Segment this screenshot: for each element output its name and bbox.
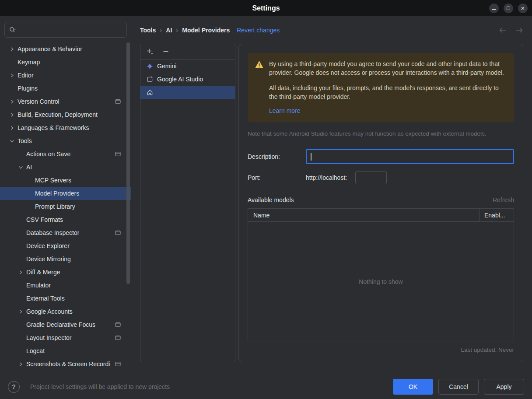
- google-ai-studio-icon: [146, 76, 153, 83]
- sidebar-item-google-accounts[interactable]: Google Accounts: [0, 305, 131, 318]
- sidebar-item-tools[interactable]: Tools: [0, 134, 131, 147]
- description-row: Description:: [248, 149, 514, 164]
- chevron-right-icon[interactable]: [6, 126, 18, 130]
- breadcrumb-item-ai[interactable]: AI: [166, 27, 172, 34]
- sidebar-item-diff-merge[interactable]: Diff & Merge: [0, 266, 131, 279]
- sidebar-item-label: Database Inspector: [26, 229, 79, 236]
- search-input[interactable]: [19, 26, 122, 33]
- provider-item-label: Google AI Studio: [157, 76, 203, 83]
- sidebar-scrollbar[interactable]: [126, 42, 130, 284]
- maximize-icon: [507, 7, 510, 10]
- sidebar-item-database-inspector[interactable]: Database Inspector: [0, 226, 131, 239]
- refresh-link[interactable]: Refresh: [493, 196, 514, 203]
- close-icon: ×: [521, 5, 525, 11]
- provider-item-google-ai-studio[interactable]: Google AI Studio: [140, 73, 235, 86]
- chevron-right-icon[interactable]: [6, 112, 18, 117]
- add-provider-button[interactable]: [146, 48, 154, 56]
- maximize-button[interactable]: [504, 4, 513, 13]
- search-box[interactable]: [4, 22, 127, 38]
- remove-provider-button[interactable]: [162, 48, 169, 55]
- revert-changes-link[interactable]: Revert changes: [237, 27, 280, 34]
- ok-button[interactable]: OK: [393, 379, 433, 395]
- sidebar-item-model-providers[interactable]: Model Providers: [0, 187, 131, 200]
- forward-button[interactable]: [515, 27, 523, 33]
- breadcrumb-item-model-providers[interactable]: Model Providers: [182, 27, 230, 34]
- sidebar-item-build-execution-deployment[interactable]: Build, Execution, Deployment: [0, 108, 131, 121]
- help-button[interactable]: ?: [8, 381, 20, 393]
- column-header-name[interactable]: Name: [248, 209, 480, 221]
- sidebar-item-emulator[interactable]: Emulator: [0, 279, 131, 292]
- sidebar-item-label: AI: [26, 164, 32, 171]
- sidebar-item-mcp-servers[interactable]: MCP Servers: [0, 174, 131, 187]
- window-title: Settings: [252, 4, 280, 12]
- text-caret: [311, 153, 312, 161]
- close-button[interactable]: ×: [518, 4, 528, 13]
- chevron-down-icon[interactable]: [6, 139, 18, 144]
- screen-icon: [115, 362, 121, 367]
- sidebar-item-actions-on-save[interactable]: Actions on Save: [0, 147, 131, 161]
- screen-icon: [115, 152, 121, 157]
- provider-item-new[interactable]: [140, 86, 235, 99]
- sidebar-item-label: Editor: [18, 72, 34, 79]
- sidebar-item-csv-formats[interactable]: CSV Formats: [0, 213, 131, 226]
- search-icon: [9, 26, 16, 33]
- warning-icon: [255, 60, 264, 115]
- port-input[interactable]: [355, 171, 387, 184]
- sidebar-item-label: Build, Execution, Deployment: [18, 111, 98, 118]
- sidebar-item-device-explorer[interactable]: Device Explorer: [0, 239, 131, 252]
- back-button[interactable]: [499, 27, 507, 33]
- sidebar-item-prompt-library[interactable]: Prompt Library: [0, 200, 131, 213]
- provider-list: GeminiGoogle AI Studio: [140, 60, 235, 99]
- sidebar-item-device-mirroring[interactable]: Device Mirroring: [0, 252, 131, 266]
- history-nav: [499, 27, 523, 33]
- port-label: Port:: [248, 174, 306, 181]
- description-input[interactable]: [306, 149, 514, 164]
- titlebar[interactable]: Settings ×: [0, 0, 532, 16]
- empty-table-text: Nothing to show: [359, 278, 402, 285]
- chevron-right-icon[interactable]: [15, 270, 26, 275]
- sidebar-item-languages-frameworks[interactable]: Languages & Frameworks: [0, 121, 131, 134]
- sidebar-item-version-control[interactable]: Version Control: [0, 95, 131, 108]
- chevron-right-icon[interactable]: [6, 99, 18, 104]
- sidebar-item-appearance-behavior[interactable]: Appearance & Behavior: [0, 42, 131, 56]
- chevron-right-icon[interactable]: [6, 73, 18, 78]
- question-icon: ?: [12, 383, 16, 390]
- apply-button[interactable]: Apply: [484, 379, 524, 395]
- sidebar-item-label: Version Control: [18, 98, 60, 105]
- learn-more-link[interactable]: Learn more: [269, 106, 301, 115]
- sidebar-item-screenshots-screen-recordi[interactable]: Screenshots & Screen Recordi: [0, 357, 131, 371]
- sidebar-item-label: Plugins: [18, 85, 38, 92]
- sidebar-item-label: Device Explorer: [26, 242, 70, 249]
- minimize-button[interactable]: [489, 4, 499, 13]
- breadcrumb-item-tools[interactable]: Tools: [140, 27, 156, 34]
- port-prefix: http://localhost:: [306, 174, 347, 181]
- last-updated-text: Last updated: Never: [248, 346, 514, 353]
- back-arrow-icon: [499, 27, 507, 33]
- sidebar-item-label: CSV Formats: [26, 216, 63, 223]
- warning-banner: By using a third-party model you agree t…: [248, 53, 514, 122]
- sidebar-item-logcat[interactable]: Logcat: [0, 344, 131, 357]
- breadcrumb-row: Tools›AI›Model Providers Revert changes: [140, 16, 523, 44]
- column-header-enabled[interactable]: Enabl...: [480, 209, 514, 221]
- sidebar-item-gradle-declarative-focus[interactable]: Gradle Declarative Focus: [0, 318, 131, 331]
- sidebar-item-label: Model Providers: [35, 190, 79, 197]
- provider-item-label: Gemini: [157, 63, 176, 70]
- sidebar-item-label: External Tools: [26, 295, 65, 302]
- screen-icon: [115, 336, 121, 340]
- chevron-right-icon[interactable]: [6, 47, 18, 52]
- sidebar-item-ai[interactable]: AI: [0, 161, 131, 174]
- sidebar-item-plugins[interactable]: Plugins: [0, 82, 131, 95]
- sidebar-item-layout-inspector[interactable]: Layout Inspector: [0, 331, 131, 344]
- sidebar-item-editor[interactable]: Editor: [0, 69, 131, 82]
- sidebar-item-keymap[interactable]: Keymap: [0, 56, 131, 69]
- chevron-down-icon[interactable]: [15, 165, 26, 170]
- sidebar-item-label: Layout Inspector: [26, 334, 72, 341]
- cancel-button[interactable]: Cancel: [438, 379, 479, 395]
- provider-item-gemini[interactable]: Gemini: [140, 60, 235, 73]
- table-body: Nothing to show: [248, 222, 514, 342]
- chevron-right-icon[interactable]: [15, 362, 26, 367]
- sidebar-item-external-tools[interactable]: External Tools: [0, 292, 131, 305]
- chevron-right-icon[interactable]: [15, 309, 26, 314]
- window-controls: ×: [489, 0, 528, 16]
- breadcrumb-separator: ›: [176, 26, 178, 34]
